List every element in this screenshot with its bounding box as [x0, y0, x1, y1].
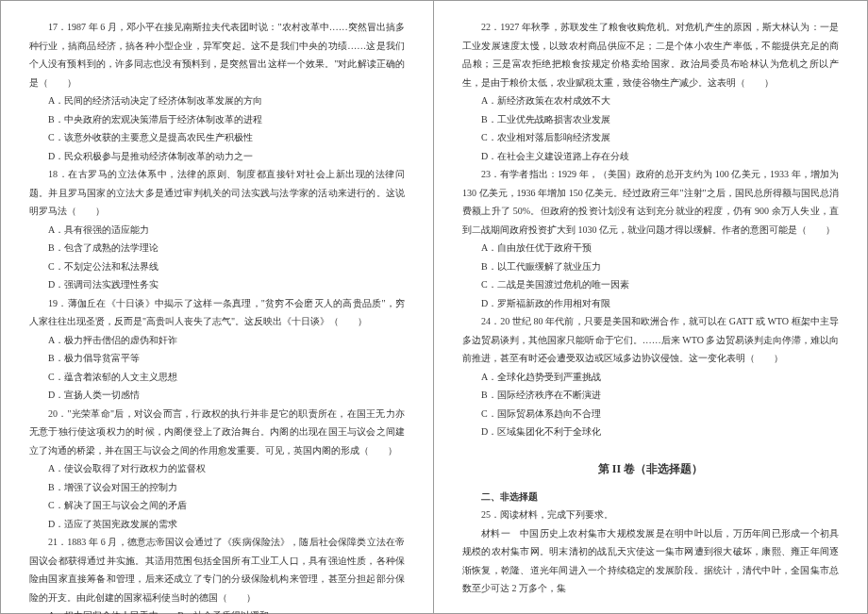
q22-opt-b: B．工业优先战略损害农业发展	[462, 110, 839, 129]
q20-stem: 20．"光荣革命"后，对议会而言，行政权的执行并非是它的职责所在，在国王无力亦无…	[29, 405, 405, 460]
q20-opt-d: D．适应了英国宪政发展的需求	[29, 515, 405, 534]
q25-head: 25．阅读材料，完成下列要求。	[462, 506, 839, 524]
q17-opt-d: D．民众积极参与是推动经济体制改革的动力之一	[29, 147, 405, 166]
q18-opt-b: B．包含了成熟的法学理论	[29, 239, 405, 257]
q20-opt-c: C．解决了国王与议会之间的矛盾	[29, 496, 405, 515]
q21-opt-ab: A．权力回归全体人民手中 B．社会矛盾得以缓和	[29, 606, 405, 614]
page-container: 17．1987 年 6 月，邓小平在接见南斯拉夫代表团时说："农村改革中……突然…	[0, 0, 868, 614]
q24-stem: 24．20 世纪 80 年代前，只要是美国和欧洲合作，就可以在 GATT 或 W…	[462, 312, 839, 368]
q19-opt-b: B．极力倡导贫富平等	[29, 349, 405, 368]
q19-opt-c: C．蕴含着浓郁的人文主义思想	[29, 368, 405, 387]
q23-opt-d: D．罗斯福新政的作用相对有限	[462, 294, 839, 313]
right-column: 22．1927 年秋季，苏联发生了粮食收购危机。对危机产生的原因，斯大林认为：一…	[434, 1, 867, 613]
q24-opt-c: C．国际贸易体系趋向不合理	[462, 405, 839, 423]
q24-opt-d: D．区域集团化不利于全球化	[462, 423, 839, 441]
q23-opt-b: B．以工代赈缓解了就业压力	[462, 257, 839, 276]
q19-opt-d: D．宣扬人类一切感情	[29, 386, 405, 405]
q18-opt-a: A．具有很强的适应能力	[29, 221, 405, 240]
q21-stem: 21．1883 年 6 月，德意志帝国议会通过了《疾病保险法》，随后社会保障类立…	[29, 533, 405, 606]
q23-opt-a: A．自由放任优于政府干预	[462, 239, 839, 257]
q18-opt-d: D．强调司法实践理性务实	[29, 275, 405, 294]
q17-opt-b: B．中央政府的宏观决策滞后于经济体制改革的进程	[29, 110, 405, 129]
q18-stem: 18．在古罗马的立法体系中，法律的原则、制度都直接针对社会上新出现的法律问题。并…	[29, 165, 405, 221]
left-column: 17．1987 年 6 月，邓小平在接见南斯拉夫代表团时说："农村改革中……突然…	[1, 1, 434, 613]
q22-opt-c: C．农业相对落后影响经济发展	[462, 128, 839, 147]
q23-opt-c: C．二战是美国渡过危机的唯一因素	[462, 275, 839, 294]
q20-opt-b: B．增强了议会对国王的控制力	[29, 478, 405, 497]
q22-opt-a: A．新经济政策在农村成效不大	[462, 91, 839, 110]
q22-stem: 22．1927 年秋季，苏联发生了粮食收购危机。对危机产生的原因，斯大林认为：一…	[462, 18, 839, 91]
q23-stem: 23．有学者指出：1929 年，（美国）政府的总开支约为 100 亿美元，193…	[462, 165, 839, 239]
q25-material1: 材料一 中国历史上农村集市大规模发展是在明中叶以后，万历年间已形成一个初具规模的…	[462, 524, 839, 598]
section-2-title: 第 II 卷（非选择题）	[462, 458, 839, 480]
q20-opt-a: A．使议会取得了对行政权力的监督权	[29, 459, 405, 478]
q18-opt-c: C．不划定公法和私法界线	[29, 257, 405, 276]
q24-opt-a: A．全球化趋势受到严重挑战	[462, 368, 839, 387]
q22-opt-d: D．在社会主义建设道路上存在分歧	[462, 147, 839, 166]
section-2-sub: 二、非选择题	[462, 488, 839, 506]
q19-stem: 19．薄伽丘在《十日谈》中揭示了这样一条真理，"贫穷不会磨灭人的高贵品质"，穷人…	[29, 294, 405, 331]
q17-stem: 17．1987 年 6 月，邓小平在接见南斯拉夫代表团时说："农村改革中……突然…	[29, 18, 405, 91]
q17-opt-a: A．民间的经济活动决定了经济体制改革发展的方向	[29, 91, 405, 110]
q24-opt-b: B．国际经济秩序在不断演进	[462, 386, 839, 405]
q19-opt-a: A．极力抨击僧侣的虚伪和奸诈	[29, 331, 405, 350]
q17-opt-c: C．该意外收获的主要意义是提高农民生产积极性	[29, 128, 405, 147]
